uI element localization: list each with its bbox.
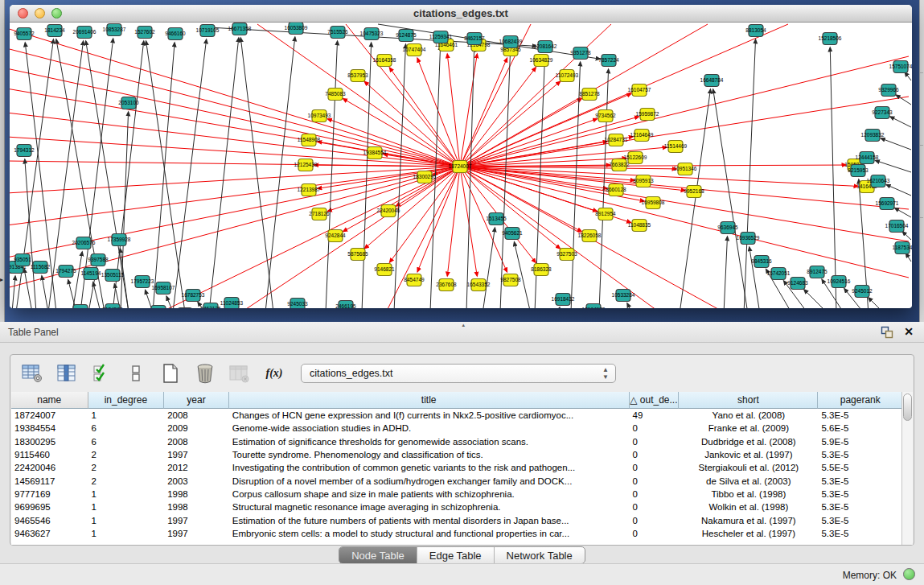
- graph-node[interactable]: 22420046: [377, 205, 400, 217]
- graph-edge[interactable]: [483, 228, 495, 308]
- graph-node[interactable]: 9124683: [787, 278, 808, 290]
- graph-node[interactable]: 20691406: [73, 27, 97, 39]
- graph-node[interactable]: 15218506: [819, 33, 842, 45]
- graph-node[interactable]: 9227343: [872, 107, 893, 119]
- graph-node[interactable]: 11514469: [664, 141, 688, 153]
- table-row[interactable]: 946554611997Estimation of the future num…: [11, 513, 903, 526]
- unselect-all-icon[interactable]: [125, 362, 147, 385]
- graph-edge[interactable]: [804, 290, 828, 308]
- graph-node[interactable]: 1513455: [486, 213, 507, 225]
- graph-node[interactable]: 9124875: [396, 30, 417, 42]
- minimize-window-icon[interactable]: [35, 8, 45, 19]
- graph-node[interactable]: 10973493: [308, 110, 331, 122]
- table-row[interactable]: 2242004622012Investigating the contribut…: [11, 461, 903, 474]
- graph-edge[interactable]: [362, 43, 372, 308]
- graph-edge[interactable]: [460, 97, 909, 167]
- graph-node[interactable]: 9329966: [878, 84, 899, 97]
- collapse-arrow-icon[interactable]: ▸: [0, 277, 3, 283]
- graph-node[interactable]: 11048835: [628, 220, 651, 232]
- zoom-window-icon[interactable]: [51, 8, 62, 19]
- graph-edge[interactable]: [389, 68, 460, 167]
- graph-node[interactable]: 10853287: [103, 24, 126, 36]
- table-row[interactable]: 969969511998Structural magnetic resonanc…: [11, 501, 903, 513]
- graph-edge[interactable]: [153, 43, 175, 308]
- graph-node[interactable]: 13505115: [101, 270, 125, 282]
- memory-status-icon[interactable]: [903, 568, 915, 580]
- graph-node[interactable]: 9405572: [14, 28, 35, 40]
- graph-node[interactable]: 9466160: [165, 28, 186, 40]
- column-header-out_de[interactable]: △ out_de...: [630, 392, 680, 409]
- graph-node[interactable]: 7663822: [609, 159, 630, 171]
- column-header-name[interactable]: name: [11, 392, 88, 409]
- graph-edge[interactable]: [343, 167, 460, 232]
- table-mode-icon[interactable]: [21, 362, 43, 385]
- graph-edge[interactable]: [869, 298, 885, 308]
- graph-edge[interactable]: [555, 307, 560, 308]
- graph-edge[interactable]: [146, 290, 153, 308]
- graph-node[interactable]: 9245033: [287, 299, 308, 309]
- graph-edge[interactable]: [886, 184, 911, 196]
- graph-edge[interactable]: [42, 276, 48, 308]
- graph-edge[interactable]: [830, 47, 836, 308]
- graph-edge[interactable]: [680, 89, 710, 308]
- graph-node[interactable]: 1527602: [134, 27, 155, 39]
- graph-edge[interactable]: [265, 37, 295, 308]
- graph-node[interactable]: 16104757: [628, 84, 651, 97]
- right-panel-edge[interactable]: [919, 0, 924, 322]
- close-window-icon[interactable]: [18, 8, 28, 19]
- graph-node[interactable]: 10284517: [174, 308, 197, 309]
- graph-node[interactable]: 16671358: [228, 23, 252, 35]
- graph-edge[interactable]: [257, 24, 460, 167]
- graph-node[interactable]: 9245012: [852, 286, 873, 298]
- graph-edge[interactable]: [875, 160, 911, 172]
- network-canvas[interactable]: 1872400776638228660128891295418226058932…: [10, 23, 912, 308]
- graph-node[interactable]: 7485083: [325, 89, 346, 101]
- graph-node[interactable]: 9463125: [200, 303, 221, 309]
- graph-node[interactable]: 16164358: [373, 55, 396, 67]
- left-panel-edge[interactable]: ▸: [0, 0, 5, 322]
- graph-node[interactable]: 1794275: [55, 266, 76, 278]
- graph-node[interactable]: 9827508: [500, 274, 521, 286]
- graph-edge[interactable]: [460, 167, 634, 180]
- graph-node[interactable]: 10924516: [827, 276, 851, 288]
- graph-node[interactable]: 10634829: [530, 55, 553, 67]
- float-panel-icon[interactable]: [881, 326, 893, 339]
- graph-node[interactable]: 1794312: [14, 145, 35, 157]
- graph-edge[interactable]: [12, 276, 15, 308]
- graph-edge[interactable]: [744, 39, 756, 308]
- graph-edge[interactable]: [460, 56, 909, 167]
- graph-node[interactable]: 9636945: [717, 222, 738, 234]
- graph-edge[interactable]: [460, 81, 561, 167]
- graph-node[interactable]: 12213987: [298, 184, 321, 196]
- graph-node[interactable]: 8095913: [633, 175, 654, 187]
- graph-node[interactable]: 16936529: [737, 233, 760, 245]
- graph-edge[interactable]: [466, 47, 474, 308]
- graph-node[interactable]: 5875685: [347, 249, 368, 261]
- graph-edge[interactable]: [500, 51, 511, 308]
- graph-edge[interactable]: [240, 38, 273, 308]
- graph-node[interactable]: 1814234: [44, 25, 65, 37]
- graph-node[interactable]: 16959808: [642, 197, 665, 209]
- tab-edge-table[interactable]: Edge Table: [417, 547, 494, 563]
- graph-node[interactable]: 9845316: [751, 256, 772, 268]
- show-columns-icon[interactable]: [55, 362, 78, 385]
- graph-edge[interactable]: [173, 39, 207, 308]
- graph-edge[interactable]: [890, 117, 911, 127]
- splitter-grip-icon[interactable]: ▴: [462, 322, 466, 328]
- graph-edge[interactable]: [24, 269, 32, 308]
- table-row[interactable]: 977716911998Corpus callosum shape and si…: [11, 488, 903, 501]
- graph-node[interactable]: 16648784: [700, 75, 724, 87]
- column-header-pagerank[interactable]: pagerank: [818, 392, 903, 409]
- graph-node[interactable]: 8124563: [102, 304, 123, 309]
- graph-node[interactable]: 10533284: [612, 290, 635, 302]
- scrollbar-thumb[interactable]: [903, 393, 912, 421]
- graph-node[interactable]: 9397588: [88, 254, 109, 266]
- graph-node[interactable]: 9405621: [502, 228, 523, 240]
- graph-node[interactable]: 8912954: [595, 208, 616, 220]
- graph-node[interactable]: 12093832: [861, 130, 885, 142]
- graph-node[interactable]: 12081642: [534, 41, 557, 53]
- select-all-icon[interactable]: [90, 362, 113, 385]
- delete-selected-icon[interactable]: [194, 362, 216, 385]
- close-panel-icon[interactable]: ✕: [904, 325, 914, 338]
- table-row[interactable]: 1456911722003Disruption of a novel membe…: [11, 474, 903, 487]
